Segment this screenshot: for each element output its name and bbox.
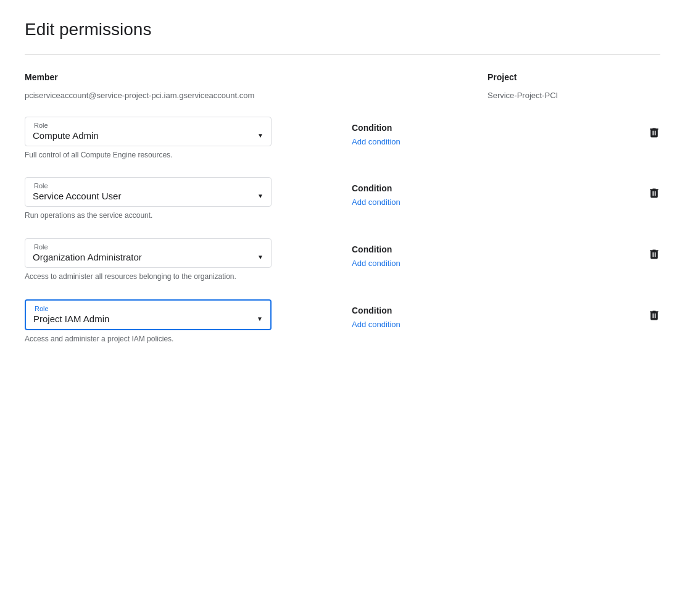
add-condition-link-4[interactable]: Add condition <box>352 320 401 329</box>
column-headers: Member Project <box>25 72 660 82</box>
member-email: pciserviceaccount@service-project-pci.ia… <box>25 89 290 102</box>
trash-icon-4 <box>648 309 660 322</box>
condition-col-3: Condition Add condition <box>352 238 488 268</box>
page-title: Edit permissions <box>25 20 660 40</box>
role-legend-3: Role <box>33 243 49 251</box>
add-condition-link-2[interactable]: Add condition <box>352 198 401 207</box>
condition-label-2: Condition <box>352 183 488 193</box>
dropdown-arrow-icon-2: ▼ <box>257 193 264 199</box>
role-legend-2: Role <box>33 182 49 189</box>
role-description-4: Access and administer a project IAM poli… <box>25 334 290 344</box>
project-name: Service-Project-PCI <box>488 89 611 102</box>
condition-label-1: Condition <box>352 123 488 133</box>
member-info-row: pciserviceaccount@service-project-pci.ia… <box>25 87 660 102</box>
role-value-4: Project IAM Admin <box>33 314 109 324</box>
delete-role-button-1[interactable] <box>648 127 660 139</box>
role-row-1: Role Compute Admin ▼ Full control of all… <box>25 117 660 160</box>
role-description-1: Full control of all Compute Engine resou… <box>25 150 290 160</box>
role-left-4: Role Project IAM Admin ▼ Access and admi… <box>25 299 290 344</box>
delete-role-button-3[interactable] <box>648 248 660 260</box>
project-column-header: Project <box>488 72 611 82</box>
role-description-3: Access to administer all resources belon… <box>25 272 290 282</box>
condition-col-4: Condition Add condition <box>352 299 488 329</box>
member-email-container: pciserviceaccount@service-project-pci.ia… <box>25 87 290 102</box>
delete-col-1 <box>636 117 660 139</box>
project-name-container: Service-Project-PCI <box>488 87 611 102</box>
role-legend-1: Role <box>33 122 49 129</box>
page-container: Edit permissions Member Project pciservi… <box>0 0 685 616</box>
dropdown-arrow-icon-4: ▼ <box>257 315 263 322</box>
delete-col-3 <box>636 238 660 260</box>
delete-role-button-4[interactable] <box>648 309 660 322</box>
role-left-3: Role Organization Administrator ▼ Access… <box>25 238 290 282</box>
role-left-2: Role Service Account User ▼ Run operatio… <box>25 177 290 221</box>
delete-col-2 <box>636 177 660 199</box>
role-row-3: Role Organization Administrator ▼ Access… <box>25 238 660 282</box>
role-legend-4: Role <box>33 305 50 312</box>
header-divider <box>25 54 660 55</box>
role-select-inner-2[interactable]: Service Account User ▼ <box>33 191 264 201</box>
trash-icon-2 <box>648 187 660 199</box>
role-value-2: Service Account User <box>33 191 121 201</box>
condition-col-2: Condition Add condition <box>352 177 488 207</box>
add-condition-link-1[interactable]: Add condition <box>352 137 401 146</box>
role-select-inner-1[interactable]: Compute Admin ▼ <box>33 130 264 141</box>
member-column-header: Member <box>25 72 290 82</box>
role-value-3: Organization Administrator <box>33 252 142 262</box>
condition-col-1: Condition Add condition <box>352 117 488 146</box>
delete-role-button-2[interactable] <box>648 187 660 199</box>
role-row-4: Role Project IAM Admin ▼ Access and admi… <box>25 299 660 344</box>
role-row-2: Role Service Account User ▼ Run operatio… <box>25 177 660 221</box>
condition-label-3: Condition <box>352 244 488 254</box>
trash-icon-3 <box>648 248 660 260</box>
role-select-inner-4[interactable]: Project IAM Admin ▼ <box>33 314 263 324</box>
role-value-1: Compute Admin <box>33 130 99 141</box>
role-description-2: Run operations as the service account. <box>25 210 290 221</box>
project-label: Project <box>488 72 517 82</box>
dropdown-arrow-icon-3: ▼ <box>257 254 264 260</box>
role-left-1: Role Compute Admin ▼ Full control of all… <box>25 117 290 160</box>
condition-label-4: Condition <box>352 306 488 315</box>
trash-icon-1 <box>648 127 660 139</box>
role-select-wrapper-3[interactable]: Role Organization Administrator ▼ <box>25 238 272 268</box>
delete-col-4 <box>636 299 660 322</box>
add-condition-link-3[interactable]: Add condition <box>352 259 401 268</box>
roles-section: Role Compute Admin ▼ Full control of all… <box>25 117 660 344</box>
dropdown-arrow-icon-1: ▼ <box>257 132 264 139</box>
role-select-wrapper-1[interactable]: Role Compute Admin ▼ <box>25 117 272 146</box>
role-select-inner-3[interactable]: Organization Administrator ▼ <box>33 252 264 262</box>
role-select-wrapper-2[interactable]: Role Service Account User ▼ <box>25 177 272 207</box>
member-label: Member <box>25 72 58 82</box>
role-select-wrapper-4[interactable]: Role Project IAM Admin ▼ <box>25 299 272 330</box>
